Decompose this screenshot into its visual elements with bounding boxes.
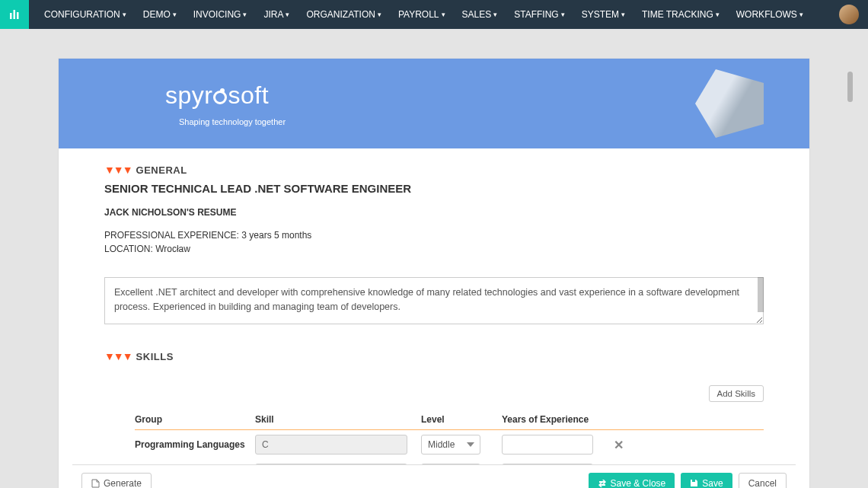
chevron-down-icon: ▾ bbox=[716, 11, 720, 18]
swap-icon bbox=[598, 479, 607, 488]
user-avatar[interactable] bbox=[839, 5, 859, 24]
skill-name-input[interactable] bbox=[255, 435, 407, 455]
summary-scrollbar[interactable] bbox=[758, 277, 764, 312]
skills-table-header: Group Skill Level Years of Experience bbox=[135, 410, 764, 430]
experience-value: 3 years 5 months bbox=[241, 230, 311, 241]
banner-brand-text: spyrsoft bbox=[165, 81, 286, 110]
page-wrapper: spyrsoft Shaping technology together ▼▼▼… bbox=[9, 43, 859, 488]
nav-sales[interactable]: SALES▾ bbox=[462, 9, 498, 20]
chevron-down-icon: ▾ bbox=[286, 11, 289, 18]
save-close-label: Save & Close bbox=[611, 478, 666, 489]
page-scrollbar[interactable] bbox=[847, 72, 853, 102]
save-label: Save bbox=[702, 478, 723, 489]
skill-level-select[interactable]: Middle bbox=[421, 435, 480, 455]
job-title: SENIOR TECHNICAL LEAD .NET SOFTWARE ENGI… bbox=[104, 182, 764, 195]
chevron-down-icon: ▾ bbox=[378, 11, 381, 18]
resume-owner: JACK NICHOLSON'S RESUME bbox=[104, 207, 764, 218]
nav-invoicing[interactable]: INVOICING▾ bbox=[193, 9, 247, 20]
nav-staffing[interactable]: STAFFING▾ bbox=[514, 9, 564, 20]
brand-logo[interactable] bbox=[0, 0, 29, 29]
section-skills-title: SKILLS bbox=[136, 351, 174, 362]
generate-label: Generate bbox=[104, 478, 142, 489]
chevron-down-icon: ▾ bbox=[561, 11, 565, 18]
col-level: Level bbox=[421, 414, 496, 425]
col-skill: Skill bbox=[255, 414, 415, 425]
location-value: Wrocław bbox=[155, 244, 190, 254]
chevron-down-icon: ▾ bbox=[123, 11, 126, 18]
nav-workflows[interactable]: WORKFLOWS▾ bbox=[736, 9, 803, 20]
footer-actions: Save & Close Save Cancel bbox=[589, 473, 787, 489]
experience-label: PROFESSIONAL EXPERIENCE: bbox=[104, 230, 239, 241]
skills-toolbar: Add Skills bbox=[104, 385, 764, 402]
resume-card: spyrsoft Shaping technology together ▼▼▼… bbox=[58, 58, 810, 488]
chevron-down-icon: ▾ bbox=[243, 11, 247, 18]
nav-jira[interactable]: JIRA▾ bbox=[263, 9, 289, 20]
file-icon bbox=[91, 479, 100, 488]
svg-rect-2 bbox=[17, 12, 19, 19]
nav-organization[interactable]: ORGANIZATION▾ bbox=[306, 9, 381, 20]
section-general-header: ▼▼▼ GENERAL bbox=[104, 164, 764, 176]
nav-payroll[interactable]: PAYROLL▾ bbox=[398, 9, 445, 20]
generate-button[interactable]: Generate bbox=[81, 473, 152, 489]
nav-time-tracking[interactable]: TIME TRACKING▾ bbox=[642, 9, 720, 20]
brand-bars-icon bbox=[8, 8, 21, 21]
resume-banner: spyrsoft Shaping technology together bbox=[59, 59, 809, 148]
cancel-button[interactable]: Cancel bbox=[739, 473, 787, 489]
section-general-title: GENERAL bbox=[136, 164, 187, 176]
skill-group-label: Programming Languages bbox=[135, 439, 249, 450]
chevron-down-icon: ▾ bbox=[621, 11, 625, 18]
chevron-down-icon: ▾ bbox=[442, 11, 445, 18]
footer-bar: Generate Save & Close Save Cancel bbox=[72, 464, 796, 488]
skill-yoe-input[interactable] bbox=[502, 435, 593, 455]
chevron-down-icon: ▾ bbox=[173, 11, 177, 18]
location-label: LOCATION: bbox=[104, 244, 153, 254]
remove-skill-button[interactable]: ✕ bbox=[607, 438, 630, 452]
triangle-marker-icon: ▼▼▼ bbox=[104, 164, 132, 176]
save-close-button[interactable]: Save & Close bbox=[589, 473, 675, 489]
top-navbar: CONFIGURATION▾ DEMO▾ INVOICING▾ JIRA▾ OR… bbox=[0, 0, 868, 29]
save-button[interactable]: Save bbox=[681, 473, 732, 489]
nav-items: CONFIGURATION▾ DEMO▾ INVOICING▾ JIRA▾ OR… bbox=[44, 9, 820, 20]
banner-tagline: Shaping technology together bbox=[179, 117, 286, 126]
chevron-down-icon: ▾ bbox=[799, 11, 803, 18]
nav-demo[interactable]: DEMO▾ bbox=[143, 9, 177, 20]
experience-line: PROFESSIONAL EXPERIENCE: 3 years 5 month… bbox=[104, 228, 764, 242]
page-background: spyrsoft Shaping technology together ▼▼▼… bbox=[0, 29, 868, 488]
section-skills-header: ▼▼▼ SKILLS bbox=[104, 350, 764, 362]
col-yoe: Years of Experience bbox=[502, 414, 601, 425]
resume-content: ▼▼▼ GENERAL SENIOR TECHNICAL LEAD .NET S… bbox=[59, 148, 809, 488]
add-skills-button[interactable]: Add Skills bbox=[709, 385, 764, 402]
save-icon bbox=[690, 479, 698, 487]
nav-system[interactable]: SYSTEM▾ bbox=[582, 9, 625, 20]
banner-hero-image bbox=[695, 69, 764, 138]
nav-configuration[interactable]: CONFIGURATION▾ bbox=[44, 9, 126, 20]
svg-rect-0 bbox=[10, 13, 12, 19]
triangle-marker-icon: ▼▼▼ bbox=[104, 350, 132, 362]
svg-rect-1 bbox=[14, 10, 16, 19]
skill-row: Programming Languages Middle ✕ bbox=[135, 430, 764, 459]
col-group: Group bbox=[135, 414, 249, 425]
location-line: LOCATION: Wrocław bbox=[104, 242, 764, 256]
chevron-down-icon: ▾ bbox=[493, 11, 497, 18]
summary-textarea[interactable]: Excellent .NET architect and developer w… bbox=[104, 277, 764, 324]
